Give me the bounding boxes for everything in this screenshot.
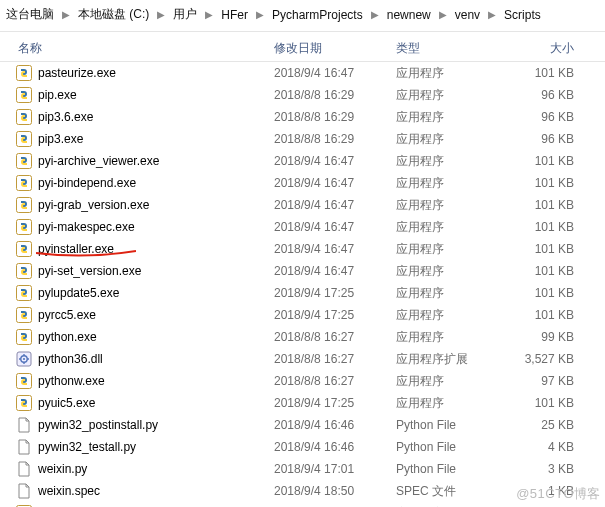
column-header-date[interactable]: 修改日期 — [274, 40, 396, 57]
file-name: pyinstaller.exe — [38, 242, 114, 256]
file-row[interactable]: pythonw.exe2018/8/8 16:27应用程序97 KB — [0, 370, 605, 392]
watermark: @51CTO博客 — [516, 485, 601, 503]
file-type: Python File — [396, 462, 496, 476]
file-row[interactable]: python.exe2018/8/8 16:27应用程序99 KB — [0, 326, 605, 348]
file-type: 应用程序 — [396, 329, 496, 346]
file-date: 2018/9/4 17:01 — [274, 462, 396, 476]
file-row[interactable]: python36.dll2018/8/8 16:27应用程序扩展3,527 KB — [0, 348, 605, 370]
file-date: 2018/9/4 17:25 — [274, 286, 396, 300]
file-size: 99 KB — [496, 330, 586, 344]
file-row[interactable]: pyi-grab_version.exe2018/9/4 16:47应用程序10… — [0, 194, 605, 216]
file-type: 应用程序 — [396, 175, 496, 192]
file-type: 应用程序 — [396, 241, 496, 258]
breadcrumb: 这台电脑▶本地磁盘 (C:)▶用户▶HFer▶PycharmProjects▶n… — [0, 0, 605, 32]
column-header-type[interactable]: 类型 — [396, 40, 496, 57]
chevron-right-icon: ▶ — [437, 9, 449, 20]
file-date: 2018/9/4 16:47 — [274, 198, 396, 212]
exe-icon — [16, 153, 32, 169]
file-name: pip3.6.exe — [38, 110, 93, 124]
file-row[interactable]: weixin.spec2018/9/4 18:50SPEC 文件1 KB — [0, 480, 605, 502]
breadcrumb-item[interactable]: HFer — [217, 6, 252, 24]
file-name: pywin32_testall.py — [38, 440, 136, 454]
file-name: pip3.exe — [38, 132, 83, 146]
file-row[interactable]: pylupdate5.exe2018/9/4 17:25应用程序101 KB — [0, 282, 605, 304]
file-name: python36.dll — [38, 352, 103, 366]
file-row[interactable]: pyi-set_version.exe2018/9/4 16:47应用程序101… — [0, 260, 605, 282]
file-size: 96 KB — [496, 110, 586, 124]
breadcrumb-item[interactable]: 用户 — [169, 4, 201, 25]
file-type: 应用程序 — [396, 65, 496, 82]
file-row[interactable]: pyi-makespec.exe2018/9/4 16:47应用程序101 KB — [0, 216, 605, 238]
file-type: 应用程序 — [396, 395, 496, 412]
file-type: Python File — [396, 440, 496, 454]
breadcrumb-item[interactable]: Scripts — [500, 6, 545, 24]
file-size: 101 KB — [496, 286, 586, 300]
file-row[interactable]: pyi-bindepend.exe2018/9/4 16:47应用程序101 K… — [0, 172, 605, 194]
file-size: 101 KB — [496, 308, 586, 322]
file-icon — [16, 483, 32, 499]
file-date: 2018/9/4 16:47 — [274, 264, 396, 278]
file-type: 应用程序 — [396, 285, 496, 302]
breadcrumb-item[interactable]: 这台电脑 — [2, 4, 58, 25]
exe-icon — [16, 87, 32, 103]
breadcrumb-item[interactable]: PycharmProjects — [268, 6, 367, 24]
exe-icon — [16, 197, 32, 213]
exe-icon — [16, 373, 32, 389]
file-date: 2018/8/8 16:29 — [274, 88, 396, 102]
file-size: 101 KB — [496, 396, 586, 410]
file-type: 应用程序 — [396, 109, 496, 126]
file-type: Python File — [396, 418, 496, 432]
chevron-right-icon: ▶ — [486, 9, 498, 20]
file-row[interactable]: pyrcc5.exe2018/9/4 17:25应用程序101 KB — [0, 304, 605, 326]
file-name: pyrcc5.exe — [38, 308, 96, 322]
file-type: 应用程序 — [396, 219, 496, 236]
dll-icon — [16, 351, 32, 367]
column-headers: 名称 修改日期 类型 大小 — [0, 32, 605, 62]
file-row[interactable]: pywin32_postinstall.py2018/9/4 16:46Pyth… — [0, 414, 605, 436]
chevron-right-icon: ▶ — [254, 9, 266, 20]
breadcrumb-item[interactable]: newnew — [383, 6, 435, 24]
file-size: 101 KB — [496, 198, 586, 212]
file-row[interactable]: wheel.exe2018/8/8 16:29应用程序101 KB — [0, 502, 605, 507]
file-size: 101 KB — [496, 242, 586, 256]
file-type: 应用程序 — [396, 87, 496, 104]
file-name: pyuic5.exe — [38, 396, 95, 410]
chevron-right-icon: ▶ — [60, 9, 72, 20]
file-row[interactable]: pyuic5.exe2018/9/4 17:25应用程序101 KB — [0, 392, 605, 414]
file-row[interactable]: pasteurize.exe2018/9/4 16:47应用程序101 KB — [0, 62, 605, 84]
column-header-name[interactable]: 名称 — [4, 40, 274, 57]
file-row[interactable]: pip3.exe2018/8/8 16:29应用程序96 KB — [0, 128, 605, 150]
file-type: 应用程序 — [396, 373, 496, 390]
file-date: 2018/9/4 16:47 — [274, 242, 396, 256]
breadcrumb-item[interactable]: 本地磁盘 (C:) — [74, 4, 153, 25]
file-name: pyi-archive_viewer.exe — [38, 154, 159, 168]
file-size: 3 KB — [496, 462, 586, 476]
column-header-name-label: 名称 — [18, 40, 42, 57]
file-name: pyi-grab_version.exe — [38, 198, 149, 212]
file-name: pyi-set_version.exe — [38, 264, 141, 278]
file-row[interactable]: weixin.py2018/9/4 17:01Python File3 KB — [0, 458, 605, 480]
file-icon — [16, 417, 32, 433]
chevron-right-icon: ▶ — [369, 9, 381, 20]
breadcrumb-item[interactable]: venv — [451, 6, 484, 24]
file-date: 2018/8/8 16:29 — [274, 132, 396, 146]
file-row[interactable]: pyi-archive_viewer.exe2018/9/4 16:47应用程序… — [0, 150, 605, 172]
file-date: 2018/9/4 17:25 — [274, 308, 396, 322]
file-size: 3,527 KB — [496, 352, 586, 366]
file-date: 2018/9/4 16:46 — [274, 418, 396, 432]
file-size: 101 KB — [496, 264, 586, 278]
exe-icon — [16, 307, 32, 323]
file-size: 101 KB — [496, 154, 586, 168]
file-size: 96 KB — [496, 132, 586, 146]
file-icon — [16, 461, 32, 477]
file-row[interactable]: pyinstaller.exe2018/9/4 16:47应用程序101 KB — [0, 238, 605, 260]
column-header-size[interactable]: 大小 — [496, 40, 586, 57]
file-row[interactable]: pip.exe2018/8/8 16:29应用程序96 KB — [0, 84, 605, 106]
file-size: 4 KB — [496, 440, 586, 454]
file-date: 2018/9/4 16:47 — [274, 220, 396, 234]
file-name: pip.exe — [38, 88, 77, 102]
file-type: 应用程序扩展 — [396, 351, 496, 368]
file-row[interactable]: pip3.6.exe2018/8/8 16:29应用程序96 KB — [0, 106, 605, 128]
exe-icon — [16, 285, 32, 301]
file-row[interactable]: pywin32_testall.py2018/9/4 16:46Python F… — [0, 436, 605, 458]
